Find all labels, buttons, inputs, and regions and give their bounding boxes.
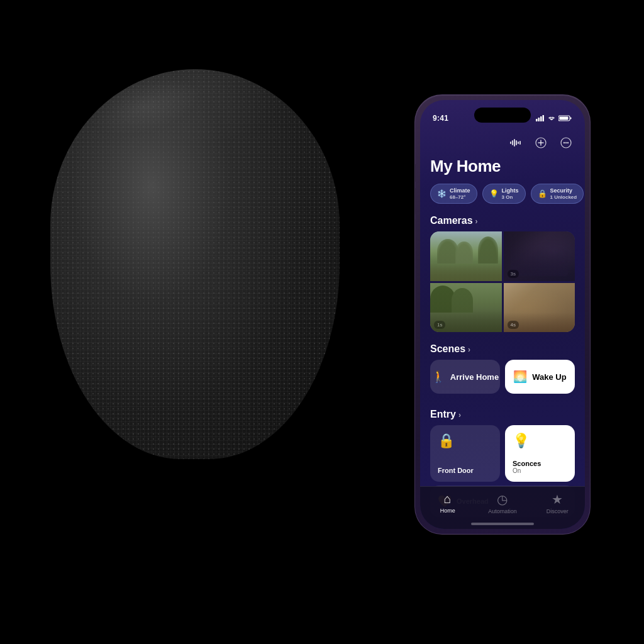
camera-cell-3[interactable]: 1s xyxy=(430,283,502,333)
more-button[interactable] xyxy=(557,134,575,152)
wake-up-label: Wake Up xyxy=(532,372,566,382)
sconces-text: Sconces On xyxy=(513,460,541,474)
wifi-icon xyxy=(547,115,556,121)
tab-home[interactable]: ⌂ Home xyxy=(420,492,475,514)
climate-label: Climate xyxy=(450,187,470,194)
svg-rect-6 xyxy=(560,117,569,120)
svg-rect-11 xyxy=(518,142,519,144)
svg-point-18 xyxy=(565,142,567,143)
iphone-screen: 9:41 xyxy=(420,100,585,529)
category-pills: ❄️ Climate 68–72° 💡 Lights 3 On xyxy=(420,184,585,213)
front-door-label: Front Door xyxy=(438,467,474,474)
volume-down-button[interactable] xyxy=(414,219,416,246)
toolbar xyxy=(420,131,585,157)
sconces-icon: 💡 xyxy=(513,433,530,449)
tab-bar: ⌂ Home ◷ Automation ★ Discover xyxy=(420,486,585,529)
security-text: Security 1 Unlocked xyxy=(550,187,577,200)
svg-rect-2 xyxy=(540,116,542,121)
entry-label: Entry xyxy=(430,409,456,420)
security-sublabel: 1 Unlocked xyxy=(550,194,577,201)
lights-icon: 💡 xyxy=(489,189,499,198)
page-title: My Home xyxy=(420,157,585,184)
camera-badge-3: 1s xyxy=(434,321,445,329)
battery-icon xyxy=(558,115,572,121)
climate-sublabel: 68–72° xyxy=(450,194,470,201)
front-door-text: Front Door xyxy=(438,467,474,474)
cameras-chevron: › xyxy=(475,217,478,226)
climate-icon: ❄️ xyxy=(437,189,447,198)
homepod-top xyxy=(101,69,289,145)
iphone-frame: 9:41 xyxy=(414,94,591,535)
status-icons xyxy=(536,115,572,121)
climate-pill[interactable]: ❄️ Climate 68–72° xyxy=(430,184,477,204)
svg-rect-9 xyxy=(514,139,515,147)
sconces-label: Sconces xyxy=(513,460,541,467)
automation-tab-label: Automation xyxy=(488,508,517,514)
cameras-label: Cameras xyxy=(430,215,473,226)
front-door-icon: 🔒 xyxy=(438,433,455,449)
climate-text: Climate 68–72° xyxy=(450,187,470,200)
security-icon: 🔒 xyxy=(538,189,547,198)
arrive-home-icon: 🚶 xyxy=(431,370,445,384)
entry-section-header[interactable]: Entry › xyxy=(420,402,585,425)
dynamic-island xyxy=(474,108,531,123)
svg-rect-10 xyxy=(516,140,517,145)
lights-text: Lights 3 On xyxy=(502,187,519,200)
wake-up-icon: 🌅 xyxy=(513,370,527,384)
tab-discover[interactable]: ★ Discover xyxy=(530,492,585,514)
camera-cell-4[interactable]: 4s xyxy=(504,283,575,333)
svg-rect-12 xyxy=(519,141,521,145)
entry-row: 🔒 Front Door 💡 Sconces On xyxy=(420,425,585,482)
homepod-body xyxy=(50,69,340,459)
svg-rect-7 xyxy=(510,142,511,144)
scenes-row: 🚶 Arrive Home 🌅 Wake Up xyxy=(420,360,585,402)
discover-tab-label: Discover xyxy=(547,508,569,514)
power-button[interactable] xyxy=(589,177,591,214)
scenes-chevron: › xyxy=(468,345,470,354)
silent-switch[interactable] xyxy=(414,164,416,182)
security-pill[interactable]: 🔒 Security 1 Unlocked xyxy=(531,184,584,204)
audio-waves-button[interactable] xyxy=(507,134,525,152)
discover-tab-icon: ★ xyxy=(552,492,563,507)
sconces-card[interactable]: 💡 Sconces On xyxy=(505,425,575,482)
arrive-home-label: Arrive Home xyxy=(450,372,499,382)
camera-cell-2[interactable]: 3s xyxy=(504,231,575,281)
svg-rect-8 xyxy=(512,140,513,145)
lights-sublabel: 3 On xyxy=(502,194,519,201)
svg-rect-3 xyxy=(543,115,545,121)
entry-chevron: › xyxy=(458,411,461,419)
svg-rect-1 xyxy=(538,118,540,121)
arrive-home-button[interactable]: 🚶 Arrive Home xyxy=(430,360,500,394)
lights-pill[interactable]: 💡 Lights 3 On xyxy=(482,184,526,204)
add-button[interactable] xyxy=(532,134,550,152)
scenes-label: Scenes xyxy=(430,343,465,355)
security-label: Security xyxy=(550,187,577,194)
screen-content: My Home ❄️ Climate 68–72° 💡 xyxy=(420,131,585,529)
svg-rect-0 xyxy=(536,119,538,121)
svg-point-19 xyxy=(567,142,569,143)
scenes-section-header[interactable]: Scenes › xyxy=(420,341,585,360)
automation-tab-icon: ◷ xyxy=(497,492,508,507)
sconces-sublabel: On xyxy=(513,467,541,474)
volume-up-button[interactable] xyxy=(414,188,416,214)
tab-automation[interactable]: ◷ Automation xyxy=(475,492,530,514)
iphone: 9:41 xyxy=(414,94,591,535)
camera-badge-4: 4s xyxy=(508,321,519,329)
svg-point-17 xyxy=(564,142,565,143)
camera-badge-2: 3s xyxy=(508,270,519,278)
main-scene: 9:41 xyxy=(0,0,644,644)
cameras-section-header[interactable]: Cameras › xyxy=(420,213,585,231)
camera-cell-1[interactable] xyxy=(430,231,502,281)
wake-up-button[interactable]: 🌅 Wake Up xyxy=(505,360,575,394)
home-indicator xyxy=(471,523,534,525)
status-time: 9:41 xyxy=(433,114,448,123)
homepod xyxy=(31,50,358,491)
home-tab-icon: ⌂ xyxy=(444,492,452,506)
signal-icon xyxy=(536,115,545,121)
svg-rect-5 xyxy=(570,118,572,119)
front-door-card[interactable]: 🔒 Front Door xyxy=(430,425,500,482)
lights-label: Lights xyxy=(502,187,519,194)
cameras-grid: 3s 1s xyxy=(430,231,575,332)
home-tab-label: Home xyxy=(440,508,455,514)
